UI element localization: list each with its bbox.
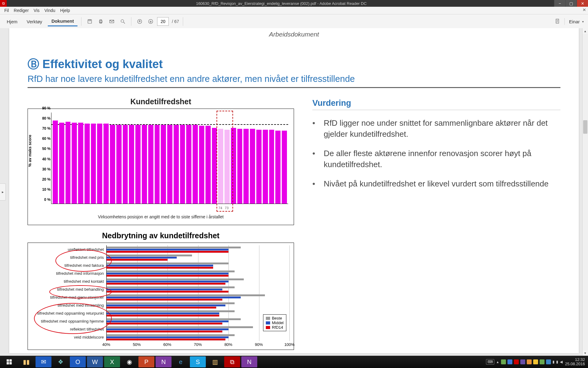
chart1-bar: [123, 125, 128, 204]
chart2-category-label: tilfredshet med faktura: [64, 263, 104, 268]
left-panel-toggle[interactable]: ▸: [0, 183, 6, 201]
tray-app-icon[interactable]: [527, 359, 532, 364]
svg-rect-11: [7, 359, 9, 362]
svg-rect-1: [89, 20, 91, 21]
task-skype-icon[interactable]: S: [190, 356, 206, 367]
tray-network-icon[interactable]: ▮: [552, 360, 555, 364]
tray-battery-icon[interactable]: ▮: [556, 360, 558, 364]
chart1-bar: [224, 130, 230, 204]
chart1-highlight-label: 74: [218, 206, 222, 210]
user-menu[interactable]: Einar ▾: [555, 18, 585, 25]
task-powerpoint-icon[interactable]: P: [138, 356, 154, 367]
menu-file[interactable]: Fil: [2, 8, 11, 13]
chart1-bar: [186, 125, 191, 204]
chart1-title: Kundetilfredshet: [28, 97, 294, 106]
chart1-bar: [135, 125, 141, 204]
document-viewport: ▸ ◂ ▴ ▾ Arbeidsdokument Ⓑ Effektivitet o…: [0, 28, 588, 356]
scroll-thumb[interactable]: [583, 120, 587, 134]
chart2-bar: [107, 281, 228, 282]
chart1-highlight-label: 73: [225, 206, 228, 210]
chart1-ytick: 30 %: [39, 167, 51, 171]
tray-app-icon[interactable]: [507, 359, 512, 364]
task-outlook-icon[interactable]: O: [70, 356, 86, 367]
page-number-input[interactable]: [157, 17, 169, 26]
chart1-bar: [250, 129, 255, 204]
chart1-ytick: 40 %: [39, 157, 51, 161]
start-button[interactable]: [1, 356, 17, 367]
chart2-bar: [107, 310, 235, 312]
chart2-bar: [107, 297, 241, 298]
scroll-up-icon[interactable]: ▴: [582, 28, 588, 34]
task-folder-icon[interactable]: ▥: [207, 356, 223, 367]
email-icon[interactable]: [107, 17, 116, 26]
chart2-bar: [107, 249, 228, 251]
close-button[interactable]: ✕: [577, 0, 588, 7]
tray-app-icon[interactable]: [514, 359, 519, 364]
chart2-bar: [107, 323, 222, 324]
tray-app-icon[interactable]: [520, 359, 525, 364]
chart2-bar: [107, 305, 225, 306]
print-icon[interactable]: [96, 17, 105, 26]
document-properties-icon[interactable]: [555, 18, 560, 25]
chart1-bar: [91, 124, 96, 204]
tray-clock[interactable]: 12:32 25.08.2016: [565, 358, 585, 366]
tray-volume-icon[interactable]: ◀: [560, 360, 563, 364]
menu-help[interactable]: Hjelp: [58, 8, 73, 13]
next-page-icon[interactable]: [146, 17, 155, 26]
vertical-scrollbar[interactable]: ▴ ▾: [582, 28, 588, 356]
toolbar-separator: [564, 18, 565, 25]
window-controls: − ▢ ✕: [554, 0, 588, 7]
chart2-category-label: tilfredshet med informasjon: [56, 271, 104, 276]
chart2-plot: Beste Middel RfD14: [106, 245, 289, 341]
task-explorer-icon[interactable]: ▮▮: [18, 356, 34, 367]
chart2-xtick: 80%: [224, 342, 232, 347]
tab-document[interactable]: Dokument: [48, 17, 77, 26]
minimize-button[interactable]: −: [554, 0, 565, 7]
task-chrome-icon[interactable]: ◉: [121, 356, 137, 367]
tray-app-icon[interactable]: [533, 359, 538, 364]
save-icon[interactable]: [85, 17, 94, 26]
chart2-bar: [107, 339, 225, 340]
chart2-bar: [107, 326, 253, 328]
chart1-bar: [237, 129, 243, 204]
chart1-bar: [212, 128, 217, 204]
tab-tools[interactable]: Verktøy: [23, 17, 46, 26]
chart1-bar: [53, 121, 58, 204]
chart2-bar: [107, 291, 228, 293]
tray-show-hidden-icon[interactable]: ▴: [497, 360, 499, 364]
menu-edit[interactable]: Rediger: [11, 8, 31, 13]
window-titlebar: ⧉ 160630_RfD_Revisjon_av_Eierstrategi_en…: [0, 0, 588, 7]
task-word-icon[interactable]: W: [87, 356, 103, 367]
search-icon[interactable]: [118, 17, 127, 26]
section-title: Ⓑ Effektivitet og kvalitet: [28, 56, 560, 72]
task-mail-icon[interactable]: ✉: [36, 356, 51, 367]
bullet-text: RfD ligger noe under snittet for sammenl…: [324, 117, 560, 140]
task-app-icon[interactable]: ❖: [53, 356, 69, 367]
prev-page-icon[interactable]: [135, 17, 144, 26]
menu-window[interactable]: Vindu: [42, 8, 58, 13]
chart2-xtick: 90%: [255, 342, 263, 347]
tray-keyboard-icon[interactable]: ⌨: [486, 359, 494, 365]
chart2-bar: [107, 278, 244, 280]
svg-line-7: [123, 22, 125, 24]
chart2-bar: [107, 257, 177, 259]
close-document-icon[interactable]: ✕: [582, 7, 586, 12]
maximize-button[interactable]: ▢: [565, 0, 577, 7]
svg-rect-13: [7, 362, 9, 365]
chart2-category-label: tilfredshet med oppsamling hjemme: [41, 319, 104, 324]
tray-bluetooth-icon[interactable]: [546, 359, 551, 364]
task-onenote2-icon[interactable]: N: [241, 356, 257, 367]
tray-app-icon[interactable]: [501, 359, 506, 364]
menu-view[interactable]: Vis: [31, 8, 42, 13]
system-tray: ⌨ ▴ ▮ ▮ ◀ 12:32 25.08.2016: [486, 358, 587, 366]
scroll-down-icon[interactable]: ▾: [582, 350, 588, 356]
tab-home[interactable]: Hjem: [3, 17, 21, 26]
chart2-bar: [107, 331, 222, 332]
task-onenote-icon[interactable]: N: [156, 356, 172, 367]
tray-app-icon[interactable]: [540, 359, 545, 364]
task-acrobat-icon[interactable]: ⧉: [224, 356, 240, 367]
task-ie-icon[interactable]: e: [173, 356, 189, 367]
task-excel-icon[interactable]: X: [104, 356, 120, 367]
svg-point-6: [121, 20, 124, 22]
toolbar: Hjem Verktøy Dokument / 67 Einar ▾: [0, 14, 588, 29]
